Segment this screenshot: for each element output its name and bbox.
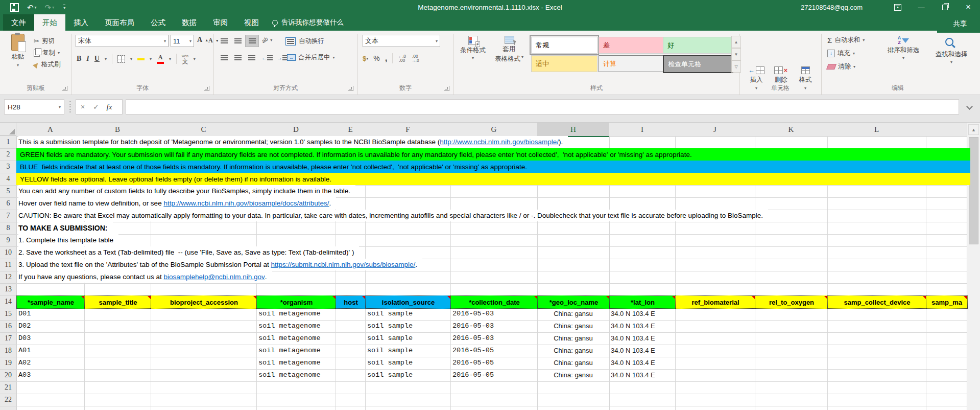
cell-style-check-cell[interactable]: 检查单元格 (663, 55, 733, 73)
row-header-8[interactable]: 8 (0, 222, 16, 235)
sort-filter-button[interactable]: AZ 排序和筛选 ▾ (881, 36, 925, 60)
cell-A2[interactable]: GREEN fields are mandatory. Your submiss… (16, 148, 970, 161)
orientation-button[interactable]: ab▾ (261, 37, 272, 43)
hyperlink[interactable]: http://www.ncbi.nlm.nih.gov/biosample/do… (163, 199, 329, 207)
redo-button[interactable]: ↷▾ (45, 4, 55, 11)
cell-D15[interactable]: soil metagenome (256, 308, 338, 320)
comma-style-button[interactable]: , (385, 53, 388, 63)
fill-color-button[interactable] (137, 58, 145, 60)
row-header-7[interactable]: 7 (0, 210, 16, 222)
cell-A6[interactable]: Hover over field name to view definition… (18, 197, 336, 209)
bold-button[interactable]: B (77, 55, 81, 63)
paste-button[interactable]: 粘贴 ▾ (4, 34, 32, 75)
field-header-bioproject_accession[interactable]: bioproject_accession (151, 295, 257, 309)
borders-button[interactable] (117, 55, 125, 63)
clear-button[interactable]: 清除 ▾ (827, 62, 855, 71)
cell-A4[interactable]: YELLOW fields are optional. Leave option… (16, 173, 970, 185)
cell-A5[interactable]: You can add any number of custom fields … (18, 185, 355, 197)
cell-H18[interactable]: China: gansu (537, 345, 609, 356)
bottom-align-button[interactable] (245, 35, 259, 47)
column-header-I[interactable]: I (609, 123, 676, 136)
share-button[interactable]: 共享 (937, 15, 980, 33)
row-header-16[interactable]: 16 (0, 320, 16, 333)
scrollbar-up-button[interactable]: ▲ (968, 124, 979, 135)
confirm-entry-button[interactable]: ✓ (89, 103, 103, 111)
format-as-table-button[interactable]: 套用 表格格式▾ (491, 36, 527, 63)
column-header-E[interactable]: E (336, 123, 366, 136)
row-header-3[interactable]: 3 (0, 161, 16, 173)
column-header-D[interactable]: D (256, 123, 336, 136)
cell-A12[interactable]: If you have any questions, please contac… (18, 271, 272, 283)
hyperlink[interactable]: https://submit.ncbi.nlm.nih.gov/subs/bio… (271, 261, 415, 268)
cell-G20[interactable]: 2016-05-05 (450, 369, 539, 381)
wrap-text-button[interactable]: 自动换行 (287, 37, 324, 45)
cell-H17[interactable]: China: gansu (537, 332, 609, 344)
cancel-entry-button[interactable]: × (76, 103, 89, 111)
formula-input[interactable] (126, 99, 959, 115)
save-button[interactable] (10, 3, 19, 12)
italic-button[interactable]: I (86, 55, 89, 63)
font-name-combobox[interactable]: 宋体▾ (76, 35, 169, 47)
row-header-18[interactable]: 18 (0, 345, 16, 357)
number-format-combobox[interactable]: 文本▾ (363, 35, 440, 47)
restore-button[interactable] (933, 0, 957, 14)
row-header-1[interactable]: 1 (0, 136, 16, 149)
cell-D20[interactable]: soil metagenome (256, 369, 338, 381)
cell-A16[interactable]: D02 (16, 320, 86, 332)
font-color-button[interactable]: A (157, 54, 164, 64)
top-align-button[interactable] (218, 35, 230, 47)
insert-function-button[interactable]: fx (103, 103, 116, 111)
name-box[interactable]: H28 ▾ (4, 99, 64, 115)
cell-A8[interactable]: TO MAKE A SUBMISSION: (18, 222, 113, 234)
field-header-samp_ma[interactable]: samp_ma (926, 295, 968, 309)
cell-D17[interactable]: soil metagenome (256, 332, 338, 344)
cell-D18[interactable]: soil metagenome (256, 345, 338, 356)
cell-G16[interactable]: 2016-05-03 (450, 320, 539, 332)
cell-G18[interactable]: 2016-05-05 (450, 345, 539, 356)
tab-data[interactable]: 数据 (174, 14, 205, 31)
cell-H16[interactable]: China: gansu (537, 320, 609, 332)
decrease-decimal-button[interactable]: .00→.0 (411, 54, 419, 62)
hyperlink[interactable]: http://www.ncbi.nlm.nih.gov/biosample/ (440, 138, 559, 146)
decrease-indent-button[interactable]: ← (261, 55, 273, 61)
styles-gallery-up-button[interactable]: ▲ (731, 36, 741, 48)
cell-style-calculation[interactable]: 计算 (599, 55, 664, 72)
hyperlink[interactable]: biosamplehelp@ncbi.nlm.nih.gov (163, 273, 265, 281)
tab-view[interactable]: 视图 (236, 14, 267, 31)
field-header-lat_lon[interactable]: *lat_lon (609, 295, 676, 309)
cell-A17[interactable]: D03 (16, 332, 86, 344)
cell-A7[interactable]: CAUTION: Be aware that Excel may automat… (18, 210, 768, 221)
cell-F17[interactable]: soil sample (365, 332, 452, 344)
align-left-button[interactable] (218, 52, 230, 63)
row-header-6[interactable]: 6 (0, 197, 16, 210)
cell-A9[interactable]: 1. Complete this template table (18, 234, 118, 246)
cell-I19[interactable]: 34.0 N 103.4 E (609, 357, 677, 369)
find-select-button[interactable]: 查找和选择 ▾ (928, 36, 974, 64)
row-header-10[interactable]: 10 (0, 246, 16, 259)
name-box-splitter[interactable] (69, 101, 71, 112)
fill-button[interactable]: ↓ 填充 ▾ (827, 49, 855, 58)
middle-align-button[interactable] (231, 35, 244, 47)
row-header-11[interactable]: 11 (0, 259, 16, 271)
row-header-17[interactable]: 17 (0, 332, 16, 345)
cell-A19[interactable]: A02 (16, 357, 86, 369)
field-header-host[interactable]: host (336, 295, 366, 309)
field-header-sample_name[interactable]: *sample_name (16, 295, 85, 309)
row-header-15[interactable]: 15 (0, 308, 16, 321)
cell-I20[interactable]: 34.0 N 103.4 E (609, 369, 677, 381)
select-all-button[interactable] (0, 123, 16, 136)
cell-A3[interactable]: BLUE fields indicate that at least one o… (16, 161, 970, 173)
increase-decimal-button[interactable]: ←.0.00 (398, 54, 406, 62)
increase-font-size-button[interactable]: A▲ (197, 36, 208, 44)
cell-F16[interactable]: soil sample (365, 320, 452, 332)
cell-I18[interactable]: 34.0 N 103.4 E (609, 345, 677, 356)
number-dialog-launcher[interactable] (444, 86, 449, 91)
cell-style-normal[interactable]: 常规 (531, 37, 597, 54)
cell-F15[interactable]: soil sample (365, 308, 452, 320)
percent-style-button[interactable]: % (373, 54, 379, 62)
clipboard-dialog-launcher[interactable] (62, 86, 67, 91)
account-name[interactable]: 272108548@qq.com (801, 0, 863, 14)
format-painter-button[interactable]: 格式刷 (34, 60, 61, 69)
customize-qat-button[interactable]: ▾ (62, 5, 65, 10)
styles-gallery-down-button[interactable]: ▼ (731, 48, 741, 60)
